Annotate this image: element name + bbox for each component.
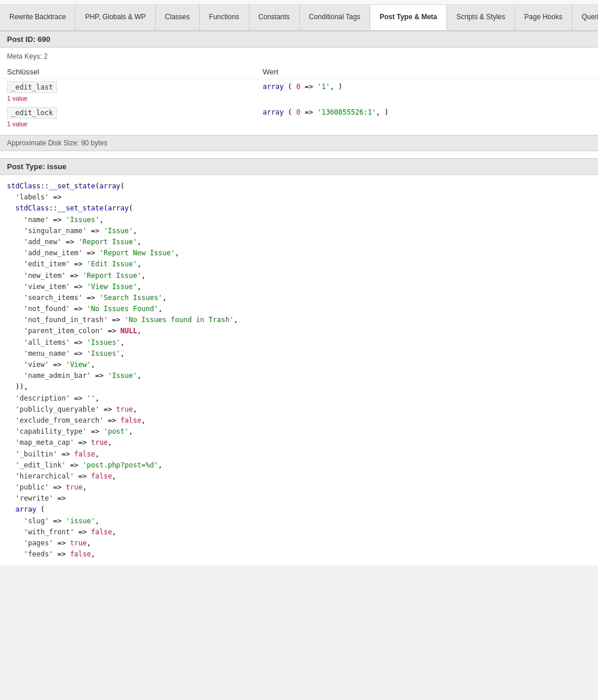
tab-rewrite-backtrace[interactable]: Rewrite Backtrace bbox=[0, 5, 76, 30]
tab-php-globals-wp[interactable]: PHP, Globals & WP bbox=[76, 5, 155, 30]
top-strip bbox=[0, 0, 598, 5]
meta-key-label: _edit_lock bbox=[7, 107, 57, 119]
tab-queries[interactable]: Queries bbox=[572, 5, 598, 30]
main-content: Post ID: 690 Meta Keys: 2 Schlüssel Wert… bbox=[0, 31, 598, 566]
tab-conditional-tags[interactable]: Conditional Tags bbox=[300, 5, 371, 30]
table-row: _edit_lock 1 value array ( 0 => '1360855… bbox=[0, 105, 598, 130]
tab-functions[interactable]: Functions bbox=[200, 5, 249, 30]
meta-value-cell: array ( 0 => '1360855526:1', ) bbox=[256, 105, 598, 130]
meta-value-cell: array ( 0 => '1', ) bbox=[256, 79, 598, 105]
meta-key-label: _edit_last bbox=[7, 81, 57, 93]
meta-table: Schlüssel Wert _edit_last 1 value array … bbox=[0, 65, 598, 130]
meta-keys-info: Meta Keys: 2 bbox=[0, 48, 598, 65]
meta-value-code: array ( 0 => '1', ) bbox=[263, 81, 591, 92]
col-header-wert: Wert bbox=[256, 65, 598, 79]
post-id-header: Post ID: 690 bbox=[0, 31, 598, 48]
col-header-schluessel: Schlüssel bbox=[0, 65, 256, 79]
post-type-header: Post Type: issue bbox=[0, 158, 598, 175]
meta-value-count: 1 value bbox=[7, 120, 27, 127]
tab-scripts-styles[interactable]: Scripts & Styles bbox=[447, 5, 515, 30]
meta-keys-count: Meta Keys: 2 bbox=[7, 52, 48, 60]
tab-classes[interactable]: Classes bbox=[156, 5, 200, 30]
disk-size-bar: Approximate Disk Size: 90 bytes bbox=[0, 135, 598, 151]
disk-size-text: Approximate Disk Size: 90 bytes bbox=[7, 139, 108, 147]
tab-bar: Rewrite Backtrace PHP, Globals & WP Clas… bbox=[0, 5, 598, 31]
meta-value-code: array ( 0 => '1360855526:1', ) bbox=[263, 107, 591, 117]
tab-page-hooks[interactable]: Page Hooks bbox=[515, 5, 572, 30]
meta-key-cell: _edit_last 1 value bbox=[0, 79, 256, 105]
post-type-title: Post Type: issue bbox=[7, 162, 66, 171]
post-type-code-block: stdClass::__set_state(array( 'labels' =>… bbox=[0, 175, 598, 566]
tab-constants[interactable]: Constants bbox=[249, 5, 300, 30]
tab-post-type-meta[interactable]: Post Type & Meta bbox=[370, 5, 447, 30]
table-row: _edit_last 1 value array ( 0 => '1', ) bbox=[0, 79, 598, 105]
meta-key-cell: _edit_lock 1 value bbox=[0, 105, 256, 130]
meta-value-count: 1 value bbox=[7, 95, 27, 102]
post-id-title: Post ID: 690 bbox=[7, 35, 50, 44]
